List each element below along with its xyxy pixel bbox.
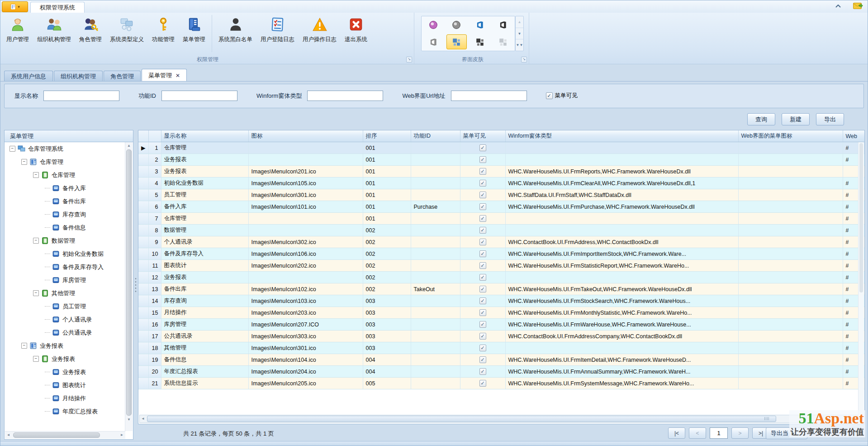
table-row[interactable]: 20年度汇总报表Images\MenuIcon\204.ico004✓WHC.W…: [138, 366, 865, 378]
menu-visible-checkbox[interactable]: ✓: [479, 297, 486, 304]
tree-node[interactable]: 月结操作: [5, 392, 125, 405]
first-page-button[interactable]: |<: [668, 427, 685, 439]
tree-node[interactable]: 员工管理: [5, 300, 125, 313]
application-menu-button[interactable]: ▾: [2, 1, 28, 12]
menu-visible-checkbox[interactable]: ✓: [479, 168, 486, 175]
export-button[interactable]: 导出: [816, 113, 844, 125]
ribbon-collapse-icon[interactable]: [833, 2, 843, 10]
menu-visible-checkbox[interactable]: ✓: [479, 380, 486, 387]
ribbon-button-user-manage[interactable]: 用户管理: [2, 14, 33, 53]
menu-visible-checkbox[interactable]: ✓: [479, 356, 486, 363]
menu-visible-checkbox[interactable]: ✓: [479, 144, 486, 151]
tree-node[interactable]: 备件及库存导入: [5, 260, 125, 273]
tree-node[interactable]: 图表统计: [5, 379, 125, 392]
tree-expander-icon[interactable]: −: [33, 172, 39, 178]
mail-icon[interactable]: [853, 2, 863, 10]
skin-dx-gray[interactable]: [446, 18, 467, 32]
skin-office-gray[interactable]: [423, 34, 444, 49]
tree-horizontal-scrollbar[interactable]: ◄ ►: [5, 431, 125, 439]
skin-squares-light[interactable]: [493, 34, 514, 49]
table-row[interactable]: 16库房管理Images\MenuIcon\207.ICO003✓WHC.War…: [138, 319, 865, 331]
table-row[interactable]: 4初始化业务数据Images\MenuIcon\105.ico001✓WHC.W…: [138, 177, 865, 189]
menu-visible-checkbox[interactable]: ✓: [479, 215, 486, 222]
menu-visible-checkbox[interactable]: ✓: [479, 192, 486, 198]
scroll-left-icon[interactable]: ◄: [140, 415, 146, 422]
table-row[interactable]: 7仓库管理001✓#: [138, 213, 865, 225]
gallery-dropdown-icon[interactable]: ▼▼: [516, 39, 523, 51]
table-row[interactable]: 17公共通讯录Images\MenuIcon\303.ico003✓WHC.Co…: [138, 331, 865, 342]
query-button[interactable]: 查询: [747, 113, 775, 125]
tree-node[interactable]: 个人通讯录: [5, 313, 125, 326]
menu-visible-checkbox[interactable]: ✓: [479, 274, 486, 281]
tree-node[interactable]: 备件入库: [5, 182, 125, 195]
menu-visible-checkbox[interactable]: ✓: [479, 250, 486, 257]
table-row[interactable]: 5员工管理Images\MenuIcon\301.ico001✓WHC.Staf…: [138, 189, 865, 201]
table-row[interactable]: 3业务报表Images\MenuIcon\201.ico001✓WHC.Ware…: [138, 166, 865, 177]
dialog-launcher-icon[interactable]: ↘: [406, 57, 412, 62]
table-row[interactable]: 9个人通讯录Images\MenuIcon\302.ico002✓WHC.Con…: [138, 236, 865, 248]
search-input-2[interactable]: [161, 91, 237, 101]
menu-visible-checkbox[interactable]: ✓: [479, 333, 486, 340]
doc-tab-4[interactable]: 菜单管理✕: [142, 69, 187, 82]
menu-visible-checkbox[interactable]: ✓: [479, 227, 486, 234]
grid-header-3[interactable]: 排序: [363, 130, 411, 142]
tree-expander-icon[interactable]: −: [33, 238, 39, 244]
doc-tab-2[interactable]: 组织机构管理: [54, 71, 103, 82]
ribbon-button-function-manage[interactable]: 功能管理: [148, 14, 179, 53]
menu-visible-checkbox[interactable]: ✓: [479, 309, 486, 316]
panel-splitter[interactable]: [133, 130, 138, 440]
tree-node[interactable]: 公共通讯录: [5, 326, 125, 339]
table-row[interactable]: 13备件出库Images\MenuIcon\102.ico002TakeOut✓…: [138, 283, 865, 295]
tree-node[interactable]: 初始化业务数据: [5, 247, 125, 260]
scroll-down-icon[interactable]: ▼: [125, 416, 133, 423]
gallery-scroll-down-icon[interactable]: ▼: [516, 28, 523, 40]
table-row[interactable]: 19备件信息Images\MenuIcon\104.ico004✓WHC.War…: [138, 354, 865, 366]
ribbon-tab-permission-system[interactable]: 权限管理系统: [30, 2, 85, 13]
menu-visible-checkbox[interactable]: ✓: [479, 345, 486, 351]
grid-header-4[interactable]: 功能ID: [411, 130, 460, 142]
table-row[interactable]: 12业务报表002✓#: [138, 272, 865, 283]
scroll-up-icon[interactable]: ▲: [125, 142, 133, 149]
scrollbar-thumb[interactable]: [859, 143, 863, 293]
skin-squares-blue[interactable]: [446, 34, 467, 49]
doc-tab-3[interactable]: 角色管理: [104, 71, 141, 82]
ribbon-button-operation-log[interactable]: 用户操作日志: [299, 14, 341, 53]
tree-expander-icon[interactable]: −: [21, 343, 27, 349]
scroll-left-icon[interactable]: ◄: [5, 432, 12, 439]
tree-node[interactable]: 年度汇总报表: [5, 405, 125, 418]
tree-node[interactable]: 备件出库: [5, 195, 125, 208]
table-row[interactable]: 21系统信息提示Images\MenuIcon\205.ico005✓WHC.W…: [138, 378, 865, 389]
tree-expander-icon[interactable]: −: [33, 356, 39, 362]
menu-visible-checkbox[interactable]: ✓: [479, 286, 486, 293]
dialog-launcher-icon[interactable]: ↘: [521, 57, 527, 62]
menu-visible-checkbox[interactable]: ✓: [479, 321, 486, 328]
grid-header-2[interactable]: 图标: [248, 130, 363, 142]
grid-header-7[interactable]: Web界面的菜单图标: [738, 130, 843, 142]
scrollbar-thumb[interactable]: [126, 149, 132, 416]
menu-visible-checkbox[interactable]: ✓: [479, 156, 486, 163]
table-row[interactable]: 10备件及库存导入Images\MenuIcon\106.ico002✓WHC.…: [138, 248, 865, 260]
search-input-4[interactable]: [451, 91, 527, 101]
table-row[interactable]: 8数据管理002✓#: [138, 225, 865, 236]
table-row[interactable]: ▶1仓库管理001✓#: [138, 142, 865, 154]
ribbon-button-menu-manage[interactable]: 菜单管理: [179, 14, 209, 53]
table-row[interactable]: 6备件入库Images\MenuIcon\101.ico001Purchase✓…: [138, 201, 865, 213]
grid-header-6[interactable]: Winform窗体类型: [505, 130, 738, 142]
ribbon-button-exit[interactable]: 退出系统: [341, 14, 371, 53]
tree-node[interactable]: 备件信息: [5, 221, 125, 234]
scrollbar-thumb[interactable]: [13, 432, 100, 438]
create-button[interactable]: 新建: [782, 113, 810, 125]
scrollbar-thumb[interactable]: [147, 416, 776, 422]
menu-visible-checkbox[interactable]: ✓: [546, 92, 553, 99]
menu-visible-checkbox[interactable]: ✓: [479, 239, 486, 245]
table-row[interactable]: 18其他管理Images\MenuIcon\301.ico003✓#: [138, 342, 865, 354]
tree-node[interactable]: 库存查询: [5, 208, 125, 221]
grid-header-8[interactable]: Web: [843, 130, 865, 142]
tree-node[interactable]: −其他管理: [5, 287, 125, 300]
scroll-right-icon[interactable]: ►: [119, 432, 125, 439]
skin-squares-dark[interactable]: [470, 34, 490, 49]
page-number-input[interactable]: [710, 427, 728, 439]
table-row[interactable]: 11图表统计Images\MenuIcon\202.ico002✓WHC.War…: [138, 260, 865, 272]
doc-tab-1[interactable]: 系统用户信息: [4, 71, 53, 82]
menu-visible-checkbox[interactable]: ✓: [479, 368, 486, 375]
